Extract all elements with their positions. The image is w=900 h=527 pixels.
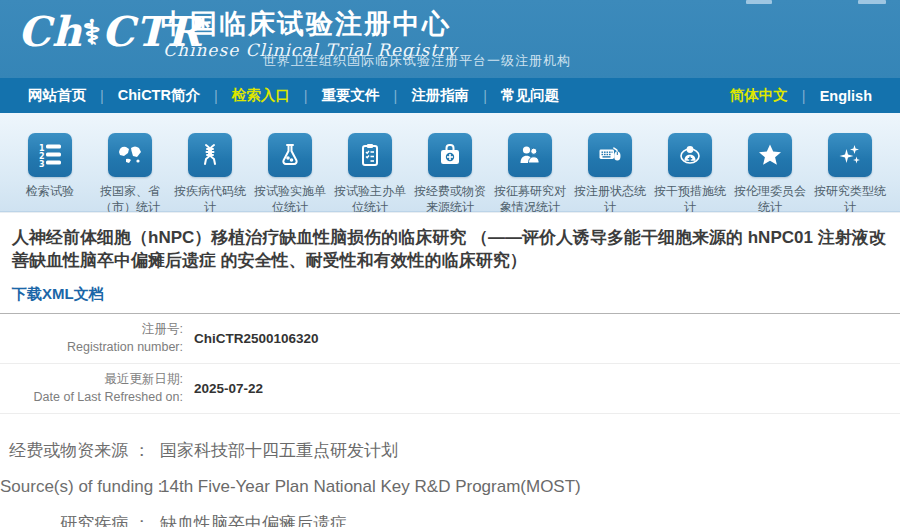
quicklink-by-funding-source[interactable]: 按经费或物资来源统计 bbox=[410, 133, 490, 211]
world-map-icon bbox=[108, 133, 152, 177]
numbered-list-icon: 1 2 3 bbox=[28, 133, 72, 177]
flask-icon bbox=[268, 133, 312, 177]
funding-source-cn-row: 经费或物资来源 ： 国家科技部十四五重点研发计划 bbox=[0, 439, 900, 462]
logo-text-prefix: Ch bbox=[18, 8, 82, 56]
statistics-quicklinks: 1 2 3 检索试验 按国家、省（市）统计 bbox=[0, 113, 900, 212]
quicklink-label: 按试验实施单位统计 bbox=[250, 183, 330, 215]
quicklink-by-registration-status[interactable]: 按注册状态统计 bbox=[570, 133, 650, 211]
quicklink-by-sponsor[interactable]: 按试验主办单位统计 bbox=[330, 133, 410, 211]
clipboard-icon bbox=[348, 133, 392, 177]
last-refreshed-value: 2025-07-22 bbox=[194, 381, 263, 396]
svg-text:3: 3 bbox=[39, 160, 45, 168]
quicklink-label: 按研究类型统计 bbox=[810, 183, 890, 215]
lang-english[interactable]: English bbox=[820, 88, 872, 104]
quicklink-label: 按征募研究对象情况统计 bbox=[490, 183, 570, 215]
who-tagline: 世界卫生组织国际临床试验注册平台一级注册机构 bbox=[263, 52, 571, 70]
quicklink-label: 按疾病代码统计 bbox=[170, 183, 250, 215]
chictr-page: Ch⚕CTR 中国临床试验注册中心 Chinese Clinical Trial… bbox=[0, 0, 900, 527]
registration-number-label: 注册号: Registration number: bbox=[0, 321, 183, 356]
nav-item-about[interactable]: ChiCTR简介 bbox=[118, 86, 200, 105]
quicklink-search-trials[interactable]: 1 2 3 检索试验 bbox=[10, 133, 90, 211]
last-refreshed-label: 最近更新日期: Date of Last Refreshed on: bbox=[0, 371, 183, 406]
sparkles-icon bbox=[828, 133, 872, 177]
main-nav: 网站首页 | ChiCTR简介 | 检索入口 | 重要文件 | 注册指南 | 常… bbox=[0, 78, 900, 113]
site-header: Ch⚕CTR 中国临床试验注册中心 Chinese Clinical Trial… bbox=[0, 0, 900, 78]
lang-simplified-chinese[interactable]: 简体中文 bbox=[730, 86, 788, 105]
medical-bag-icon bbox=[428, 133, 472, 177]
label-en: Date of Last Refreshed on: bbox=[0, 389, 183, 407]
nav-separator: | bbox=[214, 88, 218, 104]
quicklink-label: 按国家、省（市）统计 bbox=[90, 183, 170, 215]
quicklink-by-recruitment-status[interactable]: 按征募研究对象情况统计 bbox=[490, 133, 570, 211]
caduceus-icon: ⚕ bbox=[82, 12, 101, 52]
nav-item-important-documents[interactable]: 重要文件 bbox=[322, 86, 380, 105]
nav-item-registration-guide[interactable]: 注册指南 bbox=[411, 86, 469, 105]
label-en: Registration number: bbox=[0, 339, 183, 357]
site-title-chinese: 中国临床试验注册中心 bbox=[161, 6, 451, 42]
quicklink-label: 按伦理委员会统计 bbox=[730, 183, 810, 215]
star-icon bbox=[748, 133, 792, 177]
nav-separator: | bbox=[394, 88, 398, 104]
target-disease-label: 研究疾病 ： bbox=[0, 512, 150, 527]
trial-detail-content: 人神经前体细胞（hNPC）移植治疗缺血性脑损伤的临床研究 （——评价人诱导多能干… bbox=[0, 212, 900, 527]
quicklink-by-disease-code[interactable]: 按疾病代码统计 bbox=[170, 133, 250, 211]
registration-number-row: 注册号: Registration number: ChiCTR25001063… bbox=[0, 313, 900, 363]
trial-details-section: 经费或物资来源 ： 国家科技部十四五重点研发计划 Source(s) of fu… bbox=[0, 439, 900, 527]
quicklink-label: 按试验主办单位统计 bbox=[330, 183, 410, 215]
nav-item-home[interactable]: 网站首页 bbox=[28, 86, 86, 105]
quicklink-by-study-type[interactable]: 按研究类型统计 bbox=[810, 133, 890, 211]
dna-icon bbox=[188, 133, 232, 177]
registration-number-value: ChiCTR2500106320 bbox=[194, 331, 319, 346]
nav-separator: | bbox=[483, 88, 487, 104]
quicklink-by-intervention[interactable]: 按干预措施统计 bbox=[650, 133, 730, 211]
funding-source-en-row: Source(s) of funding : 14th Five-Year Pl… bbox=[0, 477, 900, 497]
cutoff-link-fragment bbox=[858, 0, 886, 4]
download-xml-link[interactable]: 下载XML文档 bbox=[12, 285, 104, 304]
quicklink-label: 按注册状态统计 bbox=[570, 183, 650, 215]
language-switcher: 简体中文 | English bbox=[730, 86, 872, 105]
label-cn: 最近更新日期: bbox=[0, 371, 183, 389]
quicklink-by-country-province[interactable]: 按国家、省（市）统计 bbox=[90, 133, 170, 211]
nav-separator: | bbox=[304, 88, 308, 104]
keyboard-mouse-icon bbox=[588, 133, 632, 177]
funding-source-en-label: Source(s) of funding : bbox=[0, 477, 150, 497]
cutoff-link-fragment bbox=[746, 0, 772, 4]
nav-separator: | bbox=[100, 88, 104, 104]
quicklink-label: 检索试验 bbox=[10, 183, 90, 199]
last-refreshed-row: 最近更新日期: Date of Last Refreshed on: 2025-… bbox=[0, 363, 900, 414]
label-cn: 注册号: bbox=[0, 321, 183, 339]
quicklink-by-ethics-committee[interactable]: 按伦理委员会统计 bbox=[730, 133, 810, 211]
doctor-icon bbox=[668, 133, 712, 177]
target-disease-row: 研究疾病 ： 缺血性脑卒中偏瘫后遗症 bbox=[0, 512, 900, 527]
target-disease-value: 缺血性脑卒中偏瘫后遗症 bbox=[160, 512, 347, 527]
nav-item-search-entry[interactable]: 检索入口 bbox=[232, 86, 290, 105]
funding-source-cn-label: 经费或物资来源 ： bbox=[0, 439, 150, 462]
quicklink-by-implementing-institution[interactable]: 按试验实施单位统计 bbox=[250, 133, 330, 211]
nav-item-faq[interactable]: 常见问题 bbox=[501, 86, 559, 105]
quicklink-label: 按经费或物资来源统计 bbox=[410, 183, 490, 215]
funding-source-en-value: 14th Five-Year Plan National Key R&D Pro… bbox=[160, 477, 581, 497]
quicklink-label: 按干预措施统计 bbox=[650, 183, 730, 215]
nav-separator: | bbox=[802, 88, 806, 104]
people-icon bbox=[508, 133, 552, 177]
funding-source-cn-value: 国家科技部十四五重点研发计划 bbox=[160, 439, 398, 462]
trial-title: 人神经前体细胞（hNPC）移植治疗缺血性脑损伤的临床研究 （——评价人诱导多能干… bbox=[12, 226, 886, 272]
